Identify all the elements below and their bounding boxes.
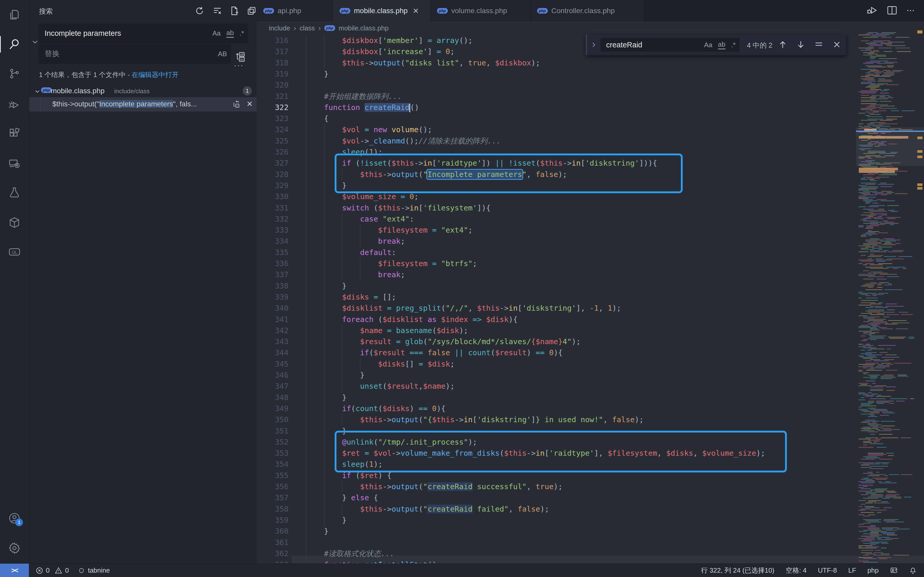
tab-api-php[interactable]: php api.php bbox=[257, 0, 333, 22]
code-line[interactable]: $this->output("disks list", true, $diskb… bbox=[306, 58, 540, 69]
search-result-row[interactable]: $this->output("Incomplete parameters", f… bbox=[29, 97, 257, 111]
php-file-icon: php bbox=[263, 8, 274, 14]
new-search-editor-icon[interactable] bbox=[229, 6, 239, 16]
remote-explorer-icon[interactable] bbox=[8, 157, 21, 170]
problems-status[interactable]: 0 0 bbox=[36, 566, 69, 574]
cursor-position[interactable]: 行 322, 列 24 (已选择10) bbox=[701, 566, 774, 575]
more-actions-icon[interactable]: ⋯ bbox=[906, 5, 915, 17]
code-line[interactable]: unset($result,$name); bbox=[306, 381, 454, 392]
code-line[interactable]: default: bbox=[306, 247, 396, 258]
testing-icon[interactable] bbox=[8, 186, 21, 199]
code-line[interactable]: $diskbox['increase'] = 0; bbox=[306, 46, 454, 58]
code-line[interactable]: case "ext4": bbox=[306, 214, 414, 225]
tab-mobile-class-php[interactable]: php mobile.class.php ✕ bbox=[333, 0, 430, 22]
open-in-editor-link[interactable]: 在编辑器中打开 bbox=[132, 71, 179, 79]
code-line[interactable]: $disks[] = $disk; bbox=[306, 359, 454, 370]
tab-volume-class-php[interactable]: php volume.class.php bbox=[430, 0, 530, 22]
replace-placeholder: 替换 bbox=[45, 49, 60, 59]
notifications-bell-icon[interactable] bbox=[909, 567, 917, 574]
code-line[interactable]: $this->output("createRaid successful", t… bbox=[306, 481, 562, 493]
result-count-badge: 1 bbox=[242, 86, 252, 95]
open-in-editor-icon[interactable] bbox=[247, 6, 257, 16]
find-in-selection-icon[interactable] bbox=[814, 40, 824, 52]
tab-controller-class-php[interactable]: php Controller.class.php bbox=[530, 0, 644, 22]
source-control-icon[interactable] bbox=[8, 67, 21, 80]
toggle-replace-chevron-icon[interactable] bbox=[590, 41, 598, 49]
toggle-details-icon[interactable]: ··· bbox=[234, 61, 244, 69]
tabnine-status[interactable]: tabnine bbox=[78, 566, 110, 574]
split-editor-icon[interactable] bbox=[886, 5, 898, 17]
code-line[interactable]: } bbox=[306, 526, 328, 537]
code-line[interactable]: $disklist = preg_split("/,/", $this->in[… bbox=[306, 303, 621, 314]
code-line[interactable]: } bbox=[306, 392, 347, 403]
breadcrumb-item[interactable]: include bbox=[269, 24, 290, 32]
code-line[interactable]: } bbox=[306, 515, 347, 526]
codeql-icon[interactable]: QL bbox=[8, 245, 21, 258]
replace-icon[interactable]: cb bbox=[232, 100, 241, 110]
clear-results-icon[interactable] bbox=[212, 6, 223, 16]
code-line[interactable]: $vol->_cleanmd();//清除未挂载的阵列... bbox=[306, 135, 501, 147]
search-input[interactable]: Incomplete parameters Aa ab .* bbox=[39, 23, 248, 43]
code-line[interactable]: $result = glob("/sys/block/md*/slaves/{$… bbox=[306, 336, 581, 348]
code-line[interactable]: } bbox=[306, 370, 365, 381]
toggle-replace-chevron-icon[interactable] bbox=[31, 38, 39, 47]
code-line[interactable]: $diskbox['member'] = array(); bbox=[306, 35, 473, 47]
breadcrumb-file[interactable]: mobile.class.php bbox=[339, 24, 389, 32]
code-line[interactable]: if($result === false || count($result) =… bbox=[306, 347, 562, 359]
code-line[interactable]: switch ($this->in['filesystem']){ bbox=[306, 203, 491, 214]
dismiss-icon[interactable]: ✕ bbox=[247, 100, 253, 110]
code-line[interactable]: function createRaid() bbox=[306, 102, 419, 113]
code-line[interactable]: foreach ($disklist as $index => $disk){ bbox=[306, 314, 518, 326]
match-case-icon[interactable]: Aa bbox=[704, 41, 712, 49]
run-debug-icon[interactable] bbox=[8, 99, 21, 111]
account-icon[interactable]: 1 bbox=[8, 512, 21, 525]
encoding[interactable]: UTF-8 bbox=[818, 566, 837, 574]
previous-match-icon[interactable] bbox=[778, 40, 788, 52]
package-icon[interactable] bbox=[8, 216, 21, 229]
refresh-icon[interactable] bbox=[194, 6, 205, 16]
code-line[interactable]: } bbox=[306, 280, 347, 292]
line-number: 351 bbox=[257, 425, 289, 437]
search-icon[interactable] bbox=[8, 38, 21, 50]
code-editor[interactable]: 316 $diskbox['member'] = array();317 $di… bbox=[257, 34, 924, 563]
find-input[interactable]: createRaid Aa ab .* bbox=[601, 38, 740, 52]
code-line[interactable]: } else { bbox=[306, 492, 378, 504]
feedback-icon[interactable] bbox=[890, 567, 898, 574]
next-match-icon[interactable] bbox=[796, 40, 806, 52]
result-file-row[interactable]: php mobile.class.php include/class 1 bbox=[29, 85, 257, 97]
code-line[interactable]: break; bbox=[306, 269, 405, 280]
code-line[interactable]: $this->output("createRaid failed", false… bbox=[306, 504, 549, 515]
code-line[interactable]: #开始组建数据阵列... bbox=[306, 91, 402, 102]
extensions-icon[interactable] bbox=[8, 127, 21, 140]
code-line[interactable]: $this->output("{$this->in['diskstring']}… bbox=[306, 414, 644, 425]
code-line[interactable]: $name = basename($disk); bbox=[306, 325, 468, 337]
minimap[interactable] bbox=[856, 29, 916, 563]
code-line[interactable]: break; bbox=[306, 236, 405, 247]
replace-input[interactable]: 替换 AB bbox=[39, 44, 231, 64]
preserve-case-icon[interactable]: AB bbox=[218, 50, 227, 58]
run-debug-action-icon[interactable] bbox=[866, 5, 877, 17]
code-line[interactable]: $vol = new volume(); bbox=[306, 124, 432, 135]
code-line[interactable]: $filesystem = "btrfs"; bbox=[306, 258, 477, 269]
code-line[interactable]: $filesystem = "ext4"; bbox=[306, 225, 473, 236]
close-tab-icon[interactable]: ✕ bbox=[413, 7, 419, 15]
whole-word-icon[interactable]: ab bbox=[226, 29, 234, 38]
language-mode[interactable]: php bbox=[867, 566, 879, 574]
code-line[interactable]: { bbox=[306, 113, 328, 124]
code-line[interactable]: } bbox=[306, 69, 328, 80]
match-case-icon[interactable]: Aa bbox=[212, 29, 221, 37]
code-line[interactable]: $disks = []; bbox=[306, 292, 396, 303]
remote-indicator[interactable]: >< bbox=[0, 564, 29, 577]
indentation[interactable]: 空格: 4 bbox=[786, 566, 807, 575]
regex-icon[interactable]: .* bbox=[239, 29, 244, 37]
eol-sequence[interactable]: LF bbox=[848, 566, 856, 574]
chevron-down-icon[interactable] bbox=[34, 88, 41, 95]
line-number: 357 bbox=[257, 492, 289, 503]
settings-gear-icon[interactable] bbox=[8, 542, 21, 554]
breadcrumb-item[interactable]: class bbox=[300, 24, 315, 32]
close-find-icon[interactable] bbox=[832, 40, 842, 52]
code-line[interactable]: if(count($disks) == 0){ bbox=[306, 403, 446, 414]
regex-icon[interactable]: .* bbox=[731, 41, 735, 49]
explorer-icon[interactable] bbox=[8, 8, 21, 21]
whole-word-icon[interactable]: ab bbox=[718, 40, 725, 50]
